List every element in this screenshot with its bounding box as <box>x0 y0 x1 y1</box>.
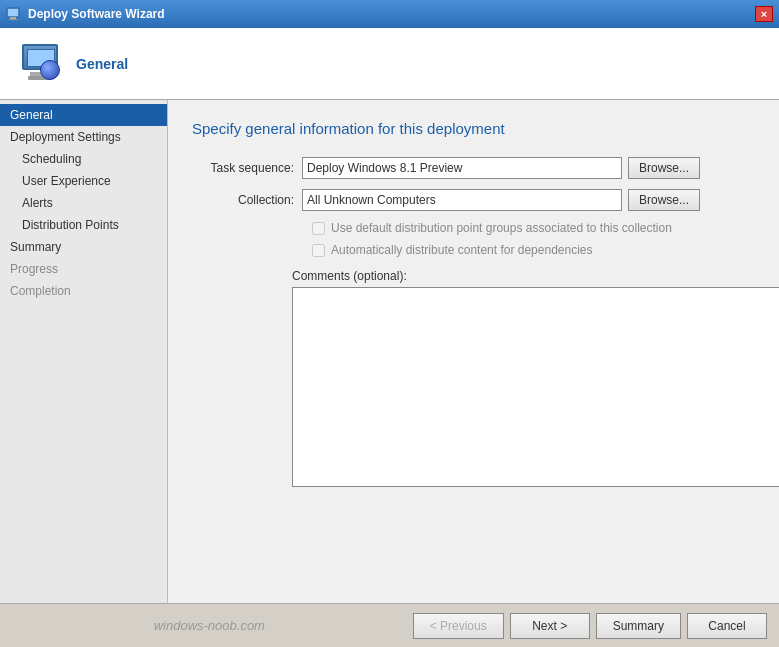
nav-item-general[interactable]: General <box>0 104 167 126</box>
close-button[interactable]: × <box>755 6 773 22</box>
checkbox2-input[interactable] <box>312 244 325 257</box>
task-sequence-row: Task sequence: Browse... <box>192 157 755 179</box>
title-bar-icon <box>6 6 22 22</box>
nav-item-summary[interactable]: Summary <box>0 236 167 258</box>
footer-watermark: windows-noob.com <box>12 618 407 633</box>
comments-label: Comments (optional): <box>292 269 755 283</box>
wizard-header: General <box>0 28 779 100</box>
task-sequence-input[interactable] <box>302 157 622 179</box>
computer-icon <box>18 42 62 86</box>
nav-item-distribution-points[interactable]: Distribution Points <box>0 214 167 236</box>
wizard-body: General Deployment Settings Scheduling U… <box>0 100 779 603</box>
comments-textarea[interactable] <box>292 287 779 487</box>
checkbox1-label: Use default distribution point groups as… <box>331 221 672 235</box>
nav-item-completion: Completion <box>0 280 167 302</box>
nav-item-progress: Progress <box>0 258 167 280</box>
collection-browse-button[interactable]: Browse... <box>628 189 700 211</box>
collection-input[interactable] <box>302 189 622 211</box>
checkbox2-label: Automatically distribute content for dep… <box>331 243 593 257</box>
cancel-button[interactable]: Cancel <box>687 613 767 639</box>
wizard-container: General General Deployment Settings Sche… <box>0 28 779 647</box>
collection-row: Collection: Browse... <box>192 189 755 211</box>
header-title: General <box>76 56 128 72</box>
content-title: Specify general information for this dep… <box>192 120 755 137</box>
checkbox1-row: Use default distribution point groups as… <box>312 221 755 235</box>
checkbox2-row: Automatically distribute content for dep… <box>312 243 755 257</box>
checkbox1-input[interactable] <box>312 222 325 235</box>
task-sequence-label: Task sequence: <box>192 161 302 175</box>
nav-item-alerts[interactable]: Alerts <box>0 192 167 214</box>
next-button[interactable]: Next > <box>510 613 590 639</box>
title-bar-text: Deploy Software Wizard <box>28 7 755 21</box>
collection-label: Collection: <box>192 193 302 207</box>
wizard-footer: windows-noob.com < Previous Next > Summa… <box>0 603 779 647</box>
summary-button[interactable]: Summary <box>596 613 681 639</box>
svg-rect-2 <box>10 17 16 19</box>
title-bar: Deploy Software Wizard × <box>0 0 779 28</box>
task-sequence-browse-button[interactable]: Browse... <box>628 157 700 179</box>
svg-rect-1 <box>8 9 18 16</box>
header-icon <box>16 40 64 88</box>
nav-item-scheduling[interactable]: Scheduling <box>0 148 167 170</box>
wizard-content: Specify general information for this dep… <box>168 100 779 603</box>
nav-item-user-experience[interactable]: User Experience <box>0 170 167 192</box>
wizard-nav: General Deployment Settings Scheduling U… <box>0 100 168 603</box>
nav-item-deployment-settings[interactable]: Deployment Settings <box>0 126 167 148</box>
svg-rect-3 <box>9 19 17 20</box>
previous-button[interactable]: < Previous <box>413 613 504 639</box>
comments-section: Comments (optional): <box>292 269 755 490</box>
